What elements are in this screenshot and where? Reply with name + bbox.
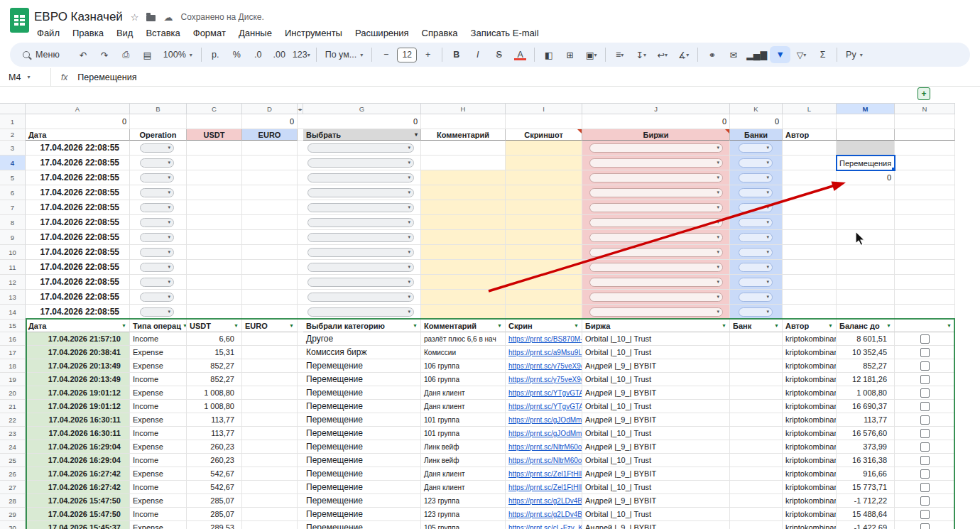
expand-columns-button[interactable]: + (918, 87, 930, 100)
cell-N10[interactable] (895, 245, 955, 260)
category-dropdown-chip[interactable]: ▾ (307, 248, 414, 257)
cell-N20[interactable] (895, 386, 955, 400)
cell-K3[interactable]: ▾ (730, 141, 783, 156)
cell-D3[interactable] (242, 141, 298, 156)
row-header-19[interactable]: 19 (0, 373, 26, 386)
cell-I5[interactable] (506, 170, 582, 185)
screenshot-link[interactable]: https://prnt.sc/NltrM60o (508, 443, 582, 451)
cell-D26[interactable] (242, 467, 298, 481)
cell-A3[interactable]: 17.04.2026 22:08:55 (26, 141, 130, 156)
cell-D22[interactable] (242, 413, 298, 427)
cell-G19[interactable]: Перемещение (303, 373, 421, 386)
cell-J2[interactable]: Биржи (582, 129, 730, 141)
cell-I24[interactable]: https://prnt.sc/NltrM60o (506, 440, 582, 454)
cell-D20[interactable] (242, 386, 298, 400)
row-header-13[interactable]: 13 (0, 290, 26, 305)
cell-N30[interactable] (895, 521, 955, 529)
row-checkbox[interactable] (920, 456, 930, 465)
row-checkbox[interactable] (920, 442, 930, 452)
cell-C24[interactable]: 260,23 (187, 440, 242, 454)
cell-M30[interactable]: -1 422,69 (837, 521, 895, 529)
cell-C25[interactable]: 260,23 (187, 454, 242, 467)
cell-B19[interactable]: Income (130, 373, 187, 386)
cell-K11[interactable]: ▾ (730, 260, 783, 275)
row-header-9[interactable]: 9 (0, 230, 26, 245)
cell-C3[interactable] (187, 141, 242, 156)
cell-D9[interactable] (242, 230, 298, 245)
cell-L23[interactable]: kriptokombinans (783, 427, 837, 440)
operation-dropdown-chip[interactable]: ▾ (140, 307, 174, 317)
cell-H4[interactable] (421, 156, 506, 170)
cell-J5[interactable]: ▾ (582, 170, 730, 185)
cell-G1[interactable]: 0 (303, 114, 421, 129)
cell-H3[interactable] (421, 141, 506, 156)
cell-C13[interactable] (187, 290, 242, 305)
cell-J8[interactable]: ▾ (582, 215, 730, 230)
cell-D11[interactable] (242, 260, 298, 275)
screenshot-link[interactable]: https://prnt.sc/gJOdMm (508, 416, 582, 424)
cell-D17[interactable] (242, 346, 298, 359)
cell-I7[interactable] (506, 200, 582, 215)
cell-M26[interactable]: 916,66 (837, 467, 895, 481)
cell-N11[interactable] (895, 260, 955, 275)
cell-D10[interactable] (242, 245, 298, 260)
cell-A26[interactable]: 17.04.2026 16:27:42 (26, 467, 130, 481)
cell-K4[interactable]: ▾ (730, 156, 783, 170)
cell-A5[interactable]: 17.04.2026 22:08:55 (26, 170, 130, 185)
cell-H19[interactable]: 106 группа (421, 373, 506, 386)
cell-B10[interactable]: ▾ (130, 245, 187, 260)
cell-M10[interactable] (837, 245, 895, 260)
cell-L30[interactable]: kriptokombinans (783, 521, 837, 529)
cell-N21[interactable] (895, 400, 955, 413)
category-dropdown-chip[interactable]: ▾ (307, 203, 414, 212)
cell-M21[interactable]: 16 690,37 (837, 400, 895, 413)
category-dropdown-chip[interactable]: ▾ (307, 293, 414, 302)
cell-K7[interactable]: ▾ (730, 200, 783, 215)
exchange-dropdown-chip[interactable]: ▾ (589, 233, 723, 242)
screenshot-link[interactable]: https://prnt.sc/cL-Fzy_K (508, 524, 582, 529)
cell-I23[interactable]: https://prnt.sc/gJOdMm (506, 427, 582, 440)
cell-J26[interactable]: Андрей |_9_| BYBIT (582, 467, 730, 481)
cell-G5[interactable]: ▾ (303, 170, 421, 185)
cell-M16[interactable]: 8 601,51 (837, 332, 895, 346)
exchange-dropdown-chip[interactable]: ▾ (589, 173, 723, 182)
cell-C12[interactable] (187, 275, 242, 290)
cell-G22[interactable]: Перемещение (303, 413, 421, 427)
row-header-23[interactable]: 23 (0, 427, 26, 440)
screenshot-link[interactable]: https://prnt.sc/Zel1FtHlI (508, 484, 582, 491)
cell-B13[interactable]: ▾ (130, 290, 187, 305)
column-header-A[interactable]: A (26, 103, 130, 114)
operation-dropdown-chip[interactable]: ▾ (140, 233, 174, 242)
cell-L7[interactable] (783, 200, 837, 215)
cell-A28[interactable]: 17.04.2026 15:47:50 (26, 494, 130, 508)
cell-I13[interactable] (506, 290, 582, 305)
cell-D7[interactable] (242, 200, 298, 215)
cell-K2[interactable]: Банки (730, 129, 783, 141)
cell-B5[interactable]: ▾ (130, 170, 187, 185)
cell-M6[interactable] (837, 185, 895, 200)
cell-H17[interactable]: Комиссии (421, 346, 506, 359)
row-header-2[interactable]: 2 (0, 129, 26, 141)
cell-L28[interactable]: kriptokombinans (783, 494, 837, 508)
cell-G11[interactable]: ▾ (303, 260, 421, 275)
cell-N7[interactable] (895, 200, 955, 215)
cell-D21[interactable] (242, 400, 298, 413)
cell-I19[interactable]: https://prnt.sc/y75veX9c (506, 373, 582, 386)
cell-K23[interactable] (730, 427, 783, 440)
cell-B28[interactable]: Expense (130, 494, 187, 508)
cell-J28[interactable]: Андрей |_9_| BYBIT (582, 494, 730, 508)
cell-N4[interactable] (895, 156, 955, 170)
cell-G16[interactable]: Другое (303, 332, 421, 346)
cell-L17[interactable]: kriptokombinans (783, 346, 837, 359)
cell-K30[interactable] (730, 521, 783, 529)
row-header-12[interactable]: 12 (0, 275, 26, 290)
cell-J23[interactable]: Orbital |_10_| Trust (582, 427, 730, 440)
cell-G27[interactable]: Перемещение (303, 481, 421, 494)
cell-B20[interactable]: Expense (130, 386, 187, 400)
cell-H12[interactable] (421, 275, 506, 290)
cell-D5[interactable] (242, 170, 298, 185)
row-header-8[interactable]: 8 (0, 215, 26, 230)
category-dropdown-chip[interactable]: ▾ (307, 218, 414, 227)
cell-K25[interactable] (730, 454, 783, 467)
cell-B25[interactable]: Income (130, 454, 187, 467)
